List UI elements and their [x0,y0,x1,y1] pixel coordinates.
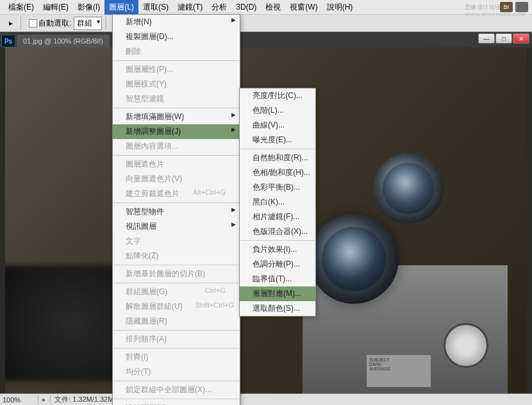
maximize-button[interactable]: □ [495,33,512,44]
status-icon[interactable]: ▸ [38,395,51,404]
menu-item[interactable]: 視訊圖層▶ [113,219,240,234]
menu-item: 均分(T) [113,365,240,379]
plate-line1: SUBJECT [369,358,428,362]
menu-item[interactable]: 智慧型物件▶ [113,204,240,219]
menu-item: 智慧型濾鏡 [113,92,240,106]
menu-item[interactable]: 臨界值(T)... [240,272,315,286]
plate-line3: AVERAGE [369,367,428,371]
menu-item[interactable]: 曝光度(E)... [240,133,315,147]
menu-item[interactable]: 黑白(K)... [240,195,315,210]
menu-item: 圖層遮色片 [113,157,240,172]
menu-item[interactable]: 相片濾鏡(F)... [240,210,315,224]
menu-item: 解散圖層群組(U)Shift+Ctrl+G [113,299,240,314]
menu-item[interactable]: 亮度/對比(C)... [240,88,315,103]
menu-item: 排列順序(A) [113,332,240,347]
document-tabbar: Ps 01.jpg @ 100% (RGB/8#) [0,32,532,47]
menu-item[interactable]: 色相/飽和度(H)... [240,165,315,180]
menu-image[interactable]: 影像(I) [73,0,104,15]
menubar: 檔案(E) 編輯(E) 影像(I) 圖層(L) 選取(S) 濾鏡(T) 分析 3… [0,0,532,14]
menu-item: 圖層屬性(P)... [113,62,240,77]
menu-item: 圖層樣式(Y) [113,77,240,92]
watermark: 思缘设计论坛 WWW.MISSYUAN.COM [465,3,526,17]
file-size-label: 文件: 1.32M/1.32M [51,395,117,404]
menu-item: 向量圖遮色片(V) [113,172,240,186]
menu-select[interactable]: 選取(S) [138,0,173,15]
menu-view[interactable]: 檢視 [261,0,285,15]
menu-item[interactable]: 負片效果(I)... [240,242,315,257]
ps-icon: Ps [1,35,15,47]
zoom-field[interactable]: 100% [0,396,38,404]
watermark-text: 思缘设计论坛 [465,4,501,10]
menu-filter[interactable]: 濾鏡(T) [173,0,207,15]
menu-item[interactable]: 色版混合器(X)... [240,224,315,239]
menu-edit[interactable]: 編輯(E) [38,0,73,15]
menu-analysis[interactable]: 分析 [207,0,231,15]
menu-item: 點陣化(Z) [113,249,240,263]
menu-item: 圖層內容選項... [113,139,240,154]
menu-item: 對齊(I) [113,350,240,365]
menu-window[interactable]: 視窗(W) [285,0,322,15]
menu-item[interactable]: 新增填滿圖層(W)▶ [113,110,240,124]
menu-item[interactable]: 自然飽和度(R)... [240,151,315,165]
move-tool-icon[interactable]: ▸ [5,17,17,29]
menu-item[interactable]: 漸層對應(M)... [240,286,315,301]
menu-item: 建立剪裁遮色片Alt+Ctrl+G [113,186,240,201]
menu-item: 群組圖層(G)Ctrl+G [113,285,240,299]
adjustment-layer-submenu: 亮度/對比(C)...色階(L)...曲線(V)...曝光度(E)...自然飽和… [239,88,316,317]
auto-select-dropdown[interactable]: 群組 [74,17,102,30]
menu-item: 新增基於圖層的切片(B) [113,267,240,281]
menu-help[interactable]: 說明(H) [322,0,358,15]
menu-item[interactable]: 色階(L)... [240,103,315,118]
menu-item: 文字 [113,234,240,249]
menu-file[interactable]: 檔案(E) [4,0,38,15]
menu-item: 連結圖層(K) [113,401,240,405]
document-tab[interactable]: 01.jpg @ 100% (RGB/8#) [17,35,110,47]
menu-item: 隱藏圖層(R) [113,314,240,329]
menu-3d[interactable]: 3D(D) [231,1,261,13]
window-controls: — □ ✕ [478,33,529,44]
menu-item[interactable]: 色彩平衡(B)... [240,180,315,195]
options-toolbar: ▸ 自動選取: 群組 [0,14,532,32]
menu-item: 鎖定群組中全部圖層(X)... [113,383,240,397]
menu-item[interactable]: 新增調整圖層(J)▶ [113,124,240,139]
menu-item[interactable]: 色調分離(P)... [240,257,315,272]
auto-select-checkbox[interactable]: 自動選取: [29,18,71,29]
menu-item[interactable]: 新增(N)▶ [113,15,240,29]
menu-item: 刪除 [113,44,240,59]
statusbar: 100% ▸ 文件: 1.32M/1.32M ▸ [0,393,532,405]
minimize-button[interactable]: — [478,33,495,44]
menu-item[interactable]: 選取顏色(S)... [240,301,315,316]
auto-select-label: 自動選取: [38,18,71,29]
menu-item[interactable]: 複製圖層(D)... [113,29,240,44]
close-button[interactable]: ✕ [513,33,529,44]
menu-layer[interactable]: 圖層(L) [104,0,138,15]
menu-item[interactable]: 曲線(V)... [240,118,315,133]
watermark-url: WWW.MISSYUAN.COM [465,12,526,17]
plate-line2: DARK [369,362,428,367]
layer-menu: 新增(N)▶複製圖層(D)...刪除圖層屬性(P)...圖層樣式(Y)智慧型濾鏡… [112,14,240,405]
